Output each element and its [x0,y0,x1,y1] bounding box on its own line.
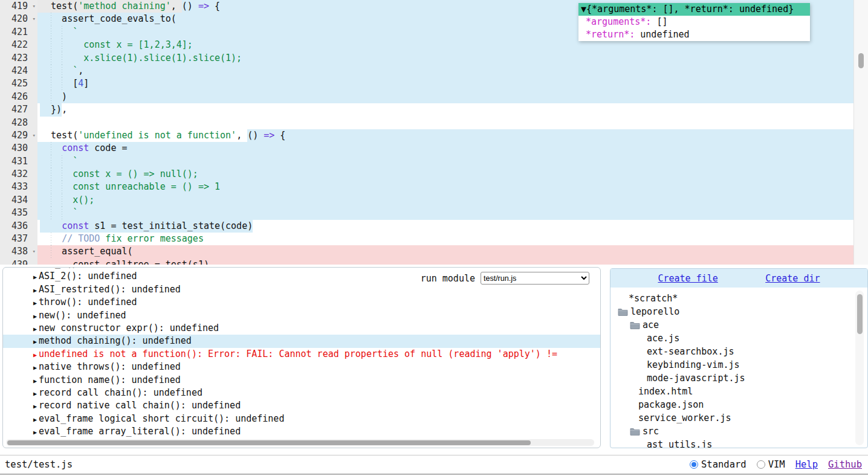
fold-arrow-icon[interactable]: ▾ [33,13,36,25]
fold-arrow-icon[interactable]: ▾ [33,245,36,258]
gutter-line-number[interactable]: 432 [0,168,37,181]
filetree-item[interactable]: ast_utils.js [611,438,867,448]
editor-line[interactable]: 429▾ test('undefined is not a function',… [0,129,868,142]
filetree-scrollbar-thumb[interactable] [857,294,863,334]
gutter-line-number[interactable]: 420▾ [0,13,37,25]
expand-arrow-icon[interactable]: ▶ [33,429,37,436]
fold-arrow-icon[interactable]: ▾ [33,0,36,13]
calltree-row[interactable]: ▶native throws(): undefined [3,361,600,373]
gutter-line-number[interactable]: 419▾ [0,0,37,13]
filetree-item[interactable]: index.html [611,385,867,398]
filetree-vertical-scrollbar[interactable] [855,291,864,445]
code-line-content[interactable]: ` [37,155,868,168]
calltree-scrollbar-thumb[interactable] [7,440,531,445]
editor-line[interactable]: 431 ` [0,155,868,168]
editor-line[interactable]: 432 const x = () => null(); [0,168,868,181]
calltree-row[interactable]: ▶function name(): undefined [3,374,600,387]
editor-scrollbar-thumb[interactable] [858,53,864,68]
gutter-line-number[interactable]: 439 [0,259,37,265]
keybinding-vim-option[interactable]: VIM [757,459,785,470]
gutter-line-number[interactable]: 422 [0,39,37,51]
expand-arrow-icon[interactable]: ▶ [33,378,37,384]
code-line-content[interactable]: const code = [37,142,868,155]
editor-line[interactable]: 430 const code = [0,142,868,155]
fold-arrow-icon[interactable]: ▾ [33,129,36,142]
expand-arrow-icon[interactable]: ▶ [33,326,37,332]
gutter-line-number[interactable]: 424 [0,65,37,77]
filetree-item[interactable]: *scratch* [611,292,867,305]
gutter-line-number[interactable]: 434 [0,194,37,207]
collapse-arrow-icon[interactable]: ▼ [581,4,586,14]
filetree-item[interactable]: keybinding-vim.js [611,358,867,371]
expand-arrow-icon[interactable]: ▶ [33,416,37,423]
editor-line[interactable]: 423 x.slice(1).slice(1).slice(1); [0,52,868,65]
radio-unselected-icon[interactable] [757,460,765,469]
code-line-content[interactable] [37,117,868,129]
editor-line[interactable]: 424 `, [0,65,868,77]
gutter-line-number[interactable]: 438▾ [0,245,37,258]
calltree-row[interactable]: ▶new(): undefined [3,309,600,322]
expand-arrow-icon[interactable]: ▶ [33,287,37,294]
calltree-row[interactable]: ▶eval_frame logical short circuit(): und… [3,413,600,425]
keybinding-standard-option[interactable]: Standard [690,459,747,470]
filetree-item[interactable]: ext-searchbox.js [611,345,867,358]
code-line-content[interactable]: ` [37,207,868,219]
gutter-line-number[interactable]: 433 [0,181,37,193]
editor-line[interactable]: 437 // TODO fix error messages [0,233,868,245]
expand-arrow-icon[interactable]: ▶ [33,364,37,371]
filetree-item[interactable]: mode-javascript.js [611,371,867,385]
code-line-content[interactable]: x(); [37,194,868,207]
gutter-line-number[interactable]: 429▾ [0,129,37,142]
expand-arrow-icon[interactable]: ▶ [33,300,37,306]
code-line-content[interactable]: // TODO fix error messages [37,233,868,245]
code-line-content[interactable]: x.slice(1).slice(1).slice(1); [37,52,868,65]
calltree-row[interactable]: ▶ASI_restrited(): undefined [3,283,600,296]
gutter-line-number[interactable]: 421 [0,26,37,39]
filetree-item[interactable]: service_worker.js [611,411,867,425]
editor-line[interactable]: 438▾ assert_equal( [0,245,868,258]
expand-arrow-icon[interactable]: ▶ [33,352,37,358]
gutter-line-number[interactable]: 437 [0,233,37,245]
code-line-content[interactable]: const x = () => null(); [37,168,868,181]
filetree-item[interactable]: src [611,425,867,438]
editor-line[interactable]: 425 [4] [0,77,868,90]
tooltip-entry[interactable]: *return*: undefined [578,28,810,41]
expand-arrow-icon[interactable]: ▶ [33,390,37,397]
create-dir-link[interactable]: Create dir [765,273,820,284]
gutter-line-number[interactable]: 427 [0,103,37,116]
editor-line[interactable]: 434 x(); [0,194,868,207]
editor-line[interactable]: 433 const unreachable = () => 1 [0,181,868,193]
tooltip-header[interactable]: ▼{*arguments*: [], *return*: undefined} [578,3,810,16]
calltree-row[interactable]: ▶record call chain(): undefined [3,387,600,399]
tooltip-entry[interactable]: *arguments*: [] [578,16,810,28]
code-line-content[interactable]: const s1 = test_initial_state(code) [37,220,868,233]
gutter-line-number[interactable]: 431 [0,155,37,168]
filetree-item[interactable]: package.json [611,398,867,411]
code-line-content[interactable]: assert_equal( [37,245,868,258]
editor-vertical-scrollbar[interactable] [853,0,868,265]
code-line-content[interactable]: test('undefined is not a function', () =… [37,129,868,142]
gutter-line-number[interactable]: 428 [0,117,37,129]
calltree-row[interactable]: ▶new constructor expr(): undefined [3,322,600,335]
run-module-select[interactable]: test/run.js [481,272,589,285]
gutter-line-number[interactable]: 425 [0,77,37,90]
code-line-content[interactable]: ) [37,91,868,103]
code-line-content[interactable]: const unreachable = () => 1 [37,181,868,193]
editor-line[interactable]: 435 ` [0,207,868,219]
editor-line[interactable]: 427 }), [0,103,868,116]
editor-line[interactable]: 439 const calltree = test(s1) [0,259,868,265]
editor-line[interactable]: 436 const s1 = test_initial_state(code) [0,220,868,233]
calltree-row[interactable]: ▶eval_frame array_literal(): undefined [3,425,600,438]
editor-line[interactable]: 426 ) [0,91,868,103]
filetree-item[interactable]: ace.js [611,332,867,345]
filetree-item[interactable]: ace [611,318,867,332]
radio-selected-icon[interactable] [690,460,698,469]
gutter-line-number[interactable]: 430 [0,142,37,155]
calltree-row[interactable]: ▶method chaining(): undefined [3,335,600,347]
expand-arrow-icon[interactable]: ▶ [33,338,37,345]
calltree-row[interactable]: ▶undefined is not a function(): Error: F… [3,348,600,361]
calltree-row[interactable]: ▶throw(): undefined [3,296,600,309]
expand-arrow-icon[interactable]: ▶ [33,274,37,280]
gutter-line-number[interactable]: 426 [0,91,37,103]
gutter-line-number[interactable]: 423 [0,52,37,65]
